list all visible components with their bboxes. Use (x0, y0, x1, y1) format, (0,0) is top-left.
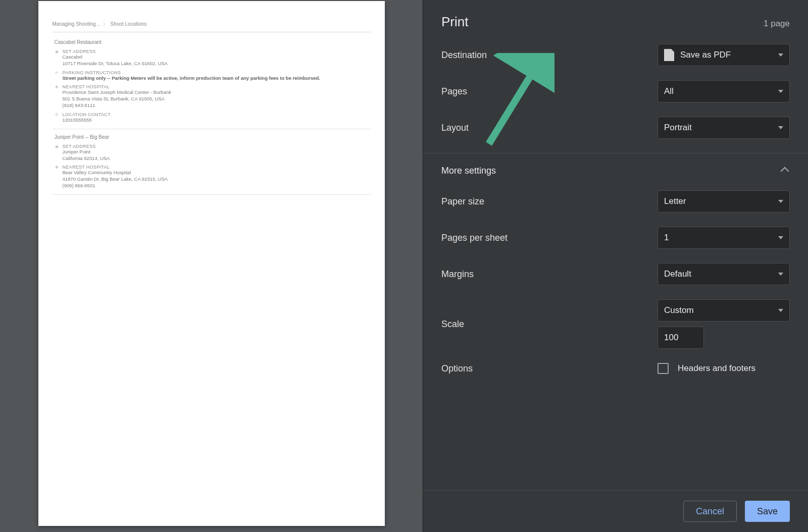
field-label: NEAREST HOSPITAL (63, 165, 371, 170)
phone-icon: ✆ (55, 112, 60, 124)
location-field: ✆LOCATION CONTACT12015555555 (53, 111, 371, 126)
breadcrumb-parent: Managing Shooting .. (53, 21, 100, 27)
paper-size-value: Letter (664, 196, 686, 206)
field-line: Providence Saint Joseph Medical Center -… (63, 89, 371, 96)
preview-page: Managing Shooting .. 〉 Shoot Locations C… (38, 1, 385, 526)
pin-icon: ◉ (55, 144, 60, 162)
location-field: PPARKING INSTRUCTIONSStreet parking only… (53, 69, 371, 84)
field-line: Street parking only -- Parking Meters wi… (63, 75, 371, 82)
field-line: Bear Valley Community Hospital (63, 170, 371, 176)
pps-select[interactable]: 1 (658, 227, 790, 249)
field-line: Juniper Point (63, 149, 371, 155)
cancel-button[interactable]: Cancel (683, 501, 737, 522)
paper-size-select[interactable]: Letter (658, 190, 790, 212)
location-title: Cascabel Restaurant (53, 36, 371, 48)
scale-select[interactable]: Custom (658, 299, 790, 322)
layout-value: Portrait (664, 123, 692, 133)
pages-label: Pages (441, 86, 537, 97)
divider (53, 194, 371, 195)
field-line: 501 S Buena Vista St, Burbank, CA 91505,… (63, 96, 371, 102)
chevron-down-icon (778, 90, 783, 93)
divider (53, 129, 371, 129)
field-line: Cascabel (63, 54, 371, 61)
more-settings-toggle[interactable]: More settings (441, 166, 790, 176)
print-panel: Print 1 page Destination Save as PDF Pag… (423, 0, 808, 532)
paper-size-label: Paper size (441, 196, 537, 207)
chevron-down-icon (778, 126, 783, 129)
chevron-down-icon (778, 236, 783, 239)
margins-select[interactable]: Default (658, 263, 790, 285)
print-preview-area: Managing Shooting .. 〉 Shoot Locations C… (0, 0, 423, 532)
field-label: LOCATION CONTACT (63, 112, 371, 117)
location-field: ✚NEAREST HOSPITALBear Valley Community H… (53, 164, 371, 191)
location-field: ◉SET ADDRESSJuniper PointCalifornia 9231… (53, 143, 371, 164)
field-line: California 92314, USA (63, 155, 371, 162)
margins-label: Margins (441, 269, 537, 280)
pps-value: 1 (664, 233, 669, 243)
scale-input[interactable] (658, 327, 704, 349)
layout-select[interactable]: Portrait (658, 117, 790, 139)
chevron-down-icon (778, 200, 783, 203)
breadcrumb-current: Shoot Locations (111, 21, 147, 27)
chevron-down-icon (778, 273, 783, 276)
hospital-icon: ✚ (55, 84, 60, 109)
field-label: SET ADDRESS (63, 49, 371, 54)
print-title: Print (441, 14, 468, 30)
panel-footer: Cancel Save (423, 490, 808, 532)
save-button[interactable]: Save (745, 501, 790, 522)
field-label: PARKING INSTRUCTIONS (63, 70, 371, 75)
more-settings-label: More settings (441, 166, 496, 176)
field-line: (909) 866-6501 (63, 183, 371, 189)
location-field: ✚NEAREST HOSPITALProvidence Saint Joseph… (53, 83, 371, 111)
field-line: 41870 Garstin Dr, Big Bear Lake, CA 9231… (63, 176, 371, 183)
field-line: (818) 843-5111 (63, 102, 371, 109)
location-title: Juniper Point -- Big Bear (53, 131, 371, 143)
field-label: SET ADDRESS (63, 144, 371, 149)
scale-value: Custom (664, 305, 694, 315)
chevron-down-icon (778, 309, 783, 312)
location-field: ◉SET ADDRESSCascabel10717 Riverside Dr, … (53, 48, 371, 69)
field-label: NEAREST HOSPITAL (63, 84, 371, 89)
layout-label: Layout (441, 123, 537, 133)
destination-label: Destination (441, 50, 537, 61)
pps-label: Pages per sheet (441, 233, 537, 243)
pages-select[interactable]: All (658, 80, 790, 102)
chevron-down-icon (778, 54, 783, 57)
field-line: 12015555555 (63, 117, 371, 124)
parking-icon: P (55, 70, 60, 82)
page-count: 1 page (764, 19, 790, 29)
field-line: 10717 Riverside Dr, Toluca Lake, CA 9160… (63, 61, 371, 67)
divider (423, 153, 808, 153)
pdf-file-icon (664, 49, 674, 61)
destination-select[interactable]: Save as PDF (658, 44, 790, 66)
headers-footers-checkbox[interactable] (658, 363, 669, 374)
destination-value: Save as PDF (680, 50, 731, 60)
margins-value: Default (664, 269, 691, 279)
options-label: Options (441, 363, 537, 374)
pages-value: All (664, 86, 674, 96)
chevron-right-icon: 〉 (103, 21, 108, 28)
headers-footers-label: Headers and footers (678, 363, 755, 374)
breadcrumb: Managing Shooting .. 〉 Shoot Locations (53, 21, 371, 32)
chevron-up-icon (781, 167, 789, 175)
pin-icon: ◉ (55, 49, 60, 67)
scale-label: Scale (441, 319, 537, 330)
hospital-icon: ✚ (55, 165, 60, 189)
